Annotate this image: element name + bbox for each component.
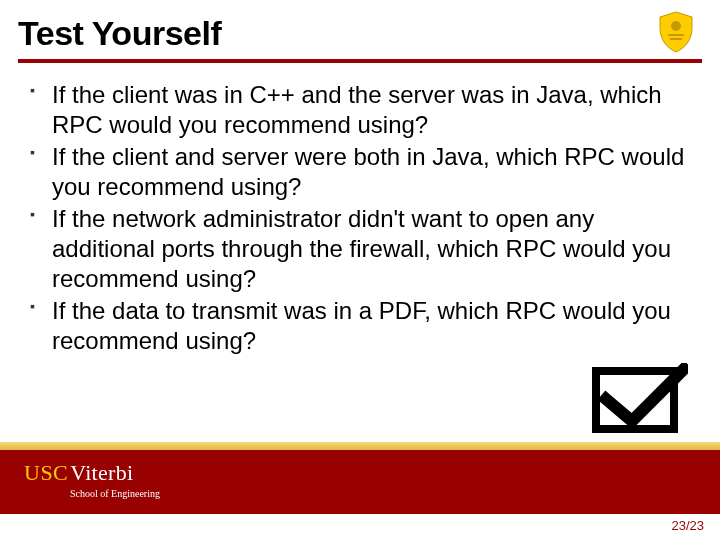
checkmark-box-icon <box>588 363 688 435</box>
logo-viterbi-text: Viterbi <box>70 460 133 486</box>
list-item: If the data to transmit was in a PDF, wh… <box>28 296 692 356</box>
svg-point-0 <box>671 21 681 31</box>
content-area: If the client was in C++ and the server … <box>28 80 692 358</box>
footer-white-strip: 23/23 <box>0 514 720 540</box>
title-underline <box>18 59 702 63</box>
list-item: If the client was in C++ and the server … <box>28 80 692 140</box>
logo-main: USC Viterbi <box>24 460 160 486</box>
slide: Test Yourself If the client was in C++ a… <box>0 0 720 540</box>
list-item: If the network administrator didn't want… <box>28 204 692 294</box>
bullet-list: If the client was in C++ and the server … <box>28 80 692 356</box>
logo-usc-text: USC <box>24 460 68 486</box>
usc-seal-icon <box>654 10 698 54</box>
gold-stripe <box>0 442 720 450</box>
title-bar: Test Yourself <box>18 14 702 63</box>
svg-rect-2 <box>670 38 682 40</box>
footer: USC Viterbi School of Engineering 23/23 <box>0 442 720 540</box>
page-number: 23/23 <box>671 518 704 533</box>
slide-title: Test Yourself <box>18 14 702 53</box>
list-item: If the client and server were both in Ja… <box>28 142 692 202</box>
maroon-stripe: USC Viterbi School of Engineering <box>0 450 720 514</box>
usc-viterbi-logo: USC Viterbi School of Engineering <box>24 460 160 499</box>
svg-rect-1 <box>668 34 684 36</box>
logo-school-text: School of Engineering <box>70 488 160 499</box>
